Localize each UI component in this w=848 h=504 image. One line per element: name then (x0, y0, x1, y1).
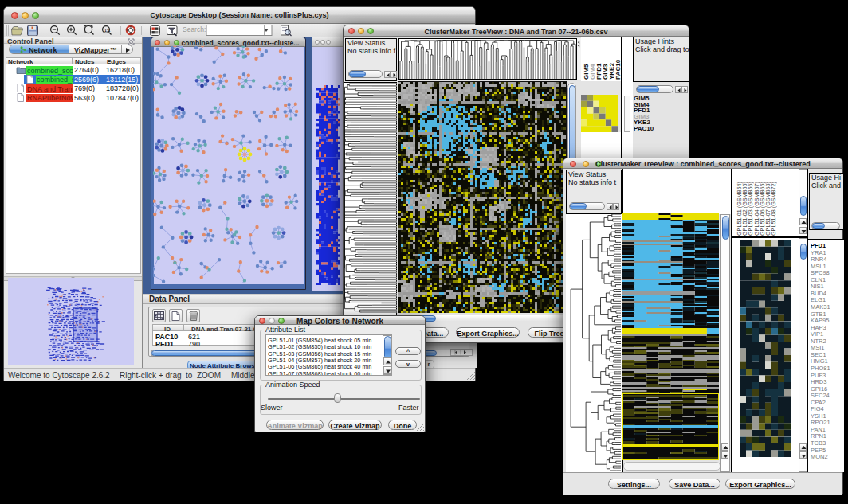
svg-text:1:1: 1:1 (104, 28, 110, 33)
svg-text:Search:: Search: (183, 25, 206, 33)
